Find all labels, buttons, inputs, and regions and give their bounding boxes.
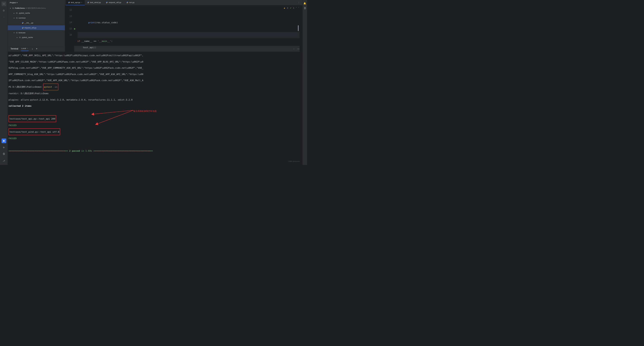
terminal-pane: Terminal Local × ＋ ▾ ⋮ — pi\u002F","VUE_… [8,46,302,165]
vcs-tool-icon[interactable]: ⎇ [2,158,6,163]
twisty-icon: ▾ [13,17,15,19]
editor-area: test_api.py×test_wind.pyrequest_util.pyr… [65,0,302,46]
python-file-icon [106,2,108,4]
tree-item[interactable]: ▸🗀.pytest_cache [8,11,65,16]
tree-item-label: __init__.py [24,22,33,24]
terminal-tool-icon[interactable]: ▣ [2,138,6,143]
problems-tool-icon[interactable]: ⓵ [2,152,6,156]
tool-window-stripe-right: 🔔 🗄 [302,0,307,165]
editor-tab[interactable]: run.py [124,0,137,5]
close-icon[interactable]: × [81,2,82,4]
terminal-tab-local[interactable]: Local × [21,47,28,51]
notifications-icon[interactable]: 🔔 [304,2,306,5]
more-tools-icon[interactable]: ⋯ [2,15,6,20]
twisty-icon: ▸ [13,12,15,14]
editor-tab[interactable]: request_util.py [104,0,124,5]
python-file-icon [22,27,24,29]
close-icon[interactable]: × [27,47,28,50]
chevron-up-icon: ˆ [296,7,296,9]
folder-icon: 🗀 [19,36,21,38]
tree-item-label: common [18,17,26,19]
checkmark-icon: ✔ [290,7,292,9]
tab-options-icon[interactable]: ⋮ [298,1,300,4]
structure-tool-icon[interactable]: ⌬ [2,8,6,13]
editor-tabs: test_api.py×test_wind.pyrequest_util.pyr… [65,0,302,5]
tree-item-label: .pytest_cache [18,12,30,14]
terminal-title: Terminal [10,48,18,50]
tool-window-stripe-left: ▭ ⌬ ⋯ ▣ ⚙ ⓵ ⎇ [0,0,8,165]
project-header[interactable]: Project ▾ [8,0,65,5]
tab-label: run.py [129,1,135,4]
twisty-icon: ▸ [16,37,18,38]
tree-item[interactable]: __init__.py [8,21,65,25]
folder-icon: 🗀 [12,7,14,9]
watermark: CSDN @xxxxxxx [288,158,300,164]
tab-label: request_util.py [108,1,121,4]
python-file-icon [22,22,24,24]
scrollbar-thumb[interactable] [298,25,298,31]
python-file-icon [87,2,89,4]
tree-item-label: request_util.py [24,27,36,29]
terminal-output[interactable]: pi\u002F","VUE_APP_SKILL_API_URL":"https… [8,52,302,165]
folder-icon: 🗀 [16,17,18,19]
python-file-icon [68,2,70,4]
chevron-down-icon: ▾ [16,2,18,4]
tree-item[interactable]: ▾🗀common [8,16,65,21]
folder-icon: 🗀 [16,32,18,34]
tab-label: test_api.py [71,1,80,4]
chevron-down-icon[interactable]: ▾ [36,47,37,50]
tree-root-name: PublicDemo [15,7,25,9]
tab-label: test_wind.py [90,1,101,4]
tree-root-path: D:\测试资料\PublicDemo [26,7,46,10]
new-terminal-icon[interactable]: ＋ [31,47,34,50]
editor-tab[interactable]: test_wind.py [85,0,103,5]
project-tool-icon[interactable]: ▭ [2,2,6,6]
tree-item[interactable]: ▸🗀.pytest_cache [8,35,65,40]
tree-item-label: .pytest_cache [22,36,33,38]
tree-item[interactable]: request_util.py [8,25,65,30]
services-tool-icon[interactable]: ⚙ [2,145,6,150]
tree-root[interactable]: ▾ 🗀 PublicDemo D:\测试资料\PublicDemo [8,6,65,11]
project-tree[interactable]: ▾ 🗀 PublicDemo D:\测试资料\PublicDemo ▸🗀.pyt… [8,5,65,41]
editor-tab[interactable]: test_api.py× [66,0,85,5]
annotation-text: 输出用例名称和打印信息 [133,108,157,114]
project-panel: Project ▾ ▾ 🗀 PublicDemo D:\测试资料\PublicD… [8,0,65,46]
folder-icon: 🗀 [16,12,18,14]
project-title: Project [10,2,16,4]
tree-item-label: testcase [18,32,26,34]
inspection-widget[interactable]: ▲2 ✔1 ˆ ˇ [284,7,299,9]
warning-icon: ▲ [284,7,285,9]
twisty-icon: ▾ [13,32,15,34]
database-tool-icon[interactable]: 🗄 [304,7,306,10]
chevron-down-icon: ▾ [10,7,12,9]
tree-item[interactable]: ▾🗀testcase [8,30,65,35]
python-file-icon [126,2,128,4]
chevron-down-icon: ˇ [298,7,299,9]
